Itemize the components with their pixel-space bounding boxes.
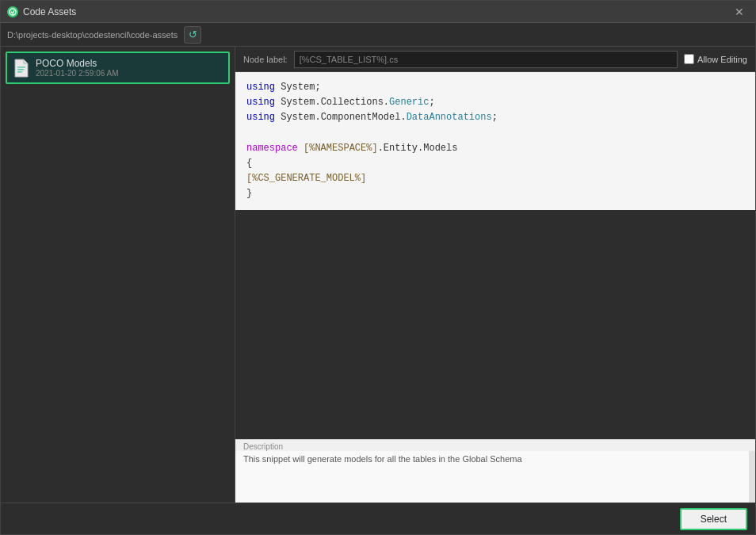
allow-editing-text: Allow Editing [697,55,747,64]
code-line-4: namespace [%NAMESPACE%].Entity.Models [246,141,744,156]
code-line-7: } [246,186,744,201]
file-date: 2021-01-20 2:59:06 AM [36,69,119,78]
right-panel: Node label: Allow Editing using System; … [235,47,755,503]
code-line-3: using System.ComponentModel.DataAnnotati… [246,110,744,125]
code-line-2: using System.Collections.Generic; [246,95,744,110]
code-editor[interactable]: using System; using System.Collections.G… [235,72,755,439]
file-icon [13,59,29,78]
file-info: POCO Models 2021-01-20 2:59:06 AM [36,58,119,78]
window-title: Code Assets [23,6,76,17]
select-button[interactable]: Select [680,508,747,530]
code-scroll-wrap: using System; using System.Collections.G… [235,72,755,439]
main-content: POCO Models 2021-01-20 2:59:06 AM Node l… [1,47,755,503]
close-button[interactable]: ✕ [730,5,749,19]
file-item[interactable]: POCO Models 2021-01-20 2:59:06 AM [6,52,230,84]
node-label-bar: Node label: Allow Editing [235,47,755,72]
bottom-bar: Select [1,503,755,534]
code-line-1: using System; [246,80,744,95]
node-label-text: Node label: [243,55,288,64]
path-text: D:\projects-desktop\codestencil\code-ass… [7,30,178,40]
title-bar: Code Assets ✕ [1,1,755,23]
title-bar-left: Code Assets [7,6,76,17]
description-text-highlight: Global Schema [462,454,521,464]
svg-rect-3 [17,71,22,73]
path-bar: D:\projects-desktop\codestencil\code-ass… [1,23,755,47]
description-label: Description [235,440,755,451]
app-icon [7,6,18,17]
code-line-blank [246,126,744,141]
file-name: POCO Models [36,58,119,69]
node-label-input[interactable] [294,51,678,68]
code-line-5: { [246,156,744,171]
svg-rect-2 [17,69,24,71]
svg-rect-1 [17,67,25,68]
description-section: Description This snippet will generate m… [235,439,755,503]
main-window: Code Assets ✕ D:\projects-desktop\codest… [0,0,756,535]
description-text-before: This snippet will generate models for al… [243,454,462,464]
allow-editing-checkbox[interactable] [684,54,694,64]
description-text: This snippet will generate models for al… [235,451,755,503]
refresh-button[interactable]: ↺ [184,26,201,44]
code-line-6: [%CS_GENERATE_MODEL%] [246,171,744,186]
allow-editing-label[interactable]: Allow Editing [684,54,747,64]
left-panel: POCO Models 2021-01-20 2:59:06 AM [1,47,235,503]
code-content: using System; using System.Collections.G… [235,72,755,210]
